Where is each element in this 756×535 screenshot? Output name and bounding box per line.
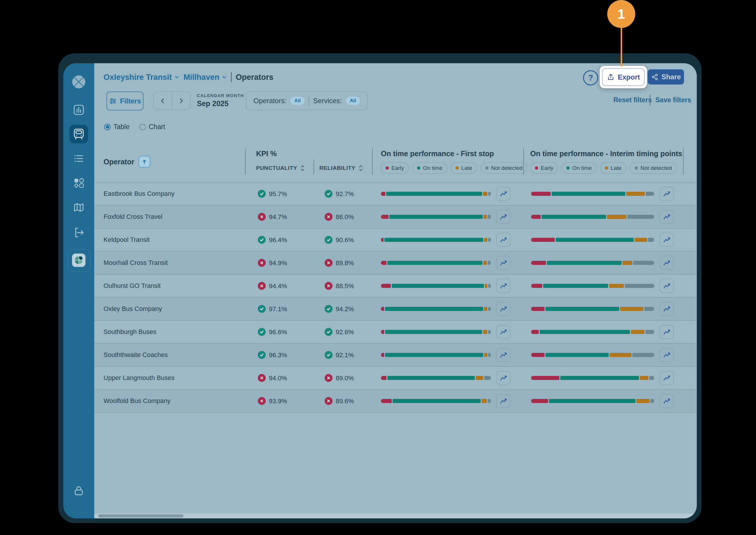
table-row[interactable]: Woolfold Bus Company 93.9% 89.6%	[94, 390, 697, 412]
previous-month-button[interactable]	[154, 92, 172, 110]
first-stop-trend-button[interactable]	[497, 256, 510, 270]
bar-segment-not-detected	[648, 238, 654, 242]
question-mark-icon: ?	[588, 73, 593, 82]
reliability-value: 88.5%	[336, 282, 354, 290]
punctuality-cell: 94.0%	[258, 374, 287, 382]
map-icon	[72, 202, 85, 214]
sidebar-item-operators[interactable]	[71, 126, 87, 142]
punctuality-status-icon	[258, 374, 266, 382]
header-divider	[314, 159, 314, 175]
first-stop-trend-button[interactable]	[497, 233, 510, 247]
interim-trend-button[interactable]	[660, 279, 674, 293]
next-month-button[interactable]	[172, 92, 190, 110]
check-icon	[259, 191, 264, 196]
legend-chip[interactable]: Late	[600, 162, 626, 174]
legend-chip[interactable]: Early	[381, 162, 408, 174]
export-button[interactable]: Export	[602, 68, 645, 86]
reliability-value: 89.8%	[336, 259, 354, 267]
first-stop-trend-button[interactable]	[497, 371, 510, 385]
first-stop-trend-button[interactable]	[497, 210, 510, 224]
links-divider	[650, 95, 650, 106]
interim-trend-button[interactable]	[660, 256, 674, 270]
bar-segment-not-detected	[488, 215, 491, 219]
table-row[interactable]: Upper Langmouth Buses 94.0% 89.0%	[94, 367, 697, 390]
sidebar-item-analytics[interactable]	[71, 102, 87, 118]
first-stop-trend-button[interactable]	[497, 394, 510, 408]
punctuality-column-header[interactable]: PUNCTUALITY	[256, 165, 305, 172]
punctuality-value: 94.0%	[269, 374, 287, 382]
reliability-value: 94.2%	[336, 305, 354, 313]
bar-segment-early	[381, 376, 386, 380]
otp-interim-bar	[531, 284, 654, 288]
first-stop-trend-button[interactable]	[497, 348, 510, 362]
sort-ascending-button[interactable]	[138, 156, 150, 168]
interim-trend-button[interactable]	[660, 210, 674, 224]
punctuality-value: 94.7%	[269, 213, 287, 221]
filters-button[interactable]: Filters	[106, 92, 143, 110]
sidebar-item-services[interactable]	[71, 150, 87, 167]
operator-name: Oxley Bus Company	[104, 305, 162, 313]
app-logo	[71, 74, 87, 90]
bar-segment-on-time	[552, 192, 625, 196]
view-toggle-option-chart[interactable]: Chart	[139, 123, 165, 131]
sidebar-item-lock[interactable]	[71, 483, 87, 499]
interim-trend-button[interactable]	[660, 302, 674, 316]
punctuality-value: 96.3%	[269, 351, 287, 359]
table-row[interactable]: Souththwaite Coaches 96.3% 92.1%	[94, 344, 697, 367]
x-icon	[259, 284, 264, 288]
table-row[interactable]: Oxley Bus Company 97.1% 94.2%	[94, 297, 697, 321]
check-icon	[259, 352, 264, 357]
legend-chip[interactable]: Early	[530, 162, 558, 174]
table-row[interactable]: Moorhall Cross Transit 94.9% 89.8%	[94, 251, 697, 274]
sidebar-item-categories[interactable]	[71, 175, 87, 191]
bar-segment-not-detected	[488, 399, 491, 403]
sidebar-item-map[interactable]	[71, 200, 87, 216]
table-row[interactable]: Keldpool Transit 96.4% 90.6%	[94, 228, 697, 251]
table-row[interactable]: Oulhurst GO Transit 94.4% 88.5%	[94, 274, 697, 297]
services-filter-value-badge[interactable]: All	[346, 97, 360, 105]
reliability-status-icon	[325, 328, 332, 336]
bar-segment-late	[607, 215, 626, 219]
horizontal-scrollbar-track[interactable]	[94, 514, 697, 519]
table-row[interactable]: Foxfold Cross Travel 94.7% 86.0%	[94, 206, 697, 228]
operators-filter-value-badge[interactable]: All	[290, 97, 305, 105]
legend-chip[interactable]: On time	[412, 162, 447, 174]
otp-first-stop-bar	[381, 330, 491, 334]
interim-trend-button[interactable]	[660, 371, 674, 385]
interim-trend-button[interactable]	[660, 325, 674, 339]
legend-chip[interactable]: On time	[562, 162, 596, 174]
table-row[interactable]: Southburgh Buses 96.6% 92.6%	[94, 321, 697, 344]
share-button[interactable]: Share	[648, 70, 684, 85]
reliability-column-header[interactable]: RELIABILITY	[319, 165, 363, 172]
first-stop-trend-button[interactable]	[497, 279, 510, 293]
view-toggle-option-table[interactable]: Table	[104, 123, 130, 131]
bar-segment-early	[531, 284, 542, 288]
sidebar-item-logout[interactable]	[71, 224, 87, 241]
legend-chip[interactable]: Not detected	[630, 162, 677, 174]
interim-trend-button[interactable]	[660, 348, 674, 362]
first-stop-trend-button[interactable]	[497, 187, 510, 201]
sidebar-item-app-shortcut[interactable]	[71, 252, 87, 268]
first-stop-trend-button[interactable]	[497, 325, 510, 339]
bar-segment-on-time	[542, 215, 606, 219]
first-stop-trend-button[interactable]	[497, 302, 510, 316]
horizontal-scrollbar-thumb[interactable]	[98, 514, 183, 518]
x-icon	[259, 215, 264, 219]
period-type-label: CALENDAR MONTH	[197, 93, 244, 98]
interim-trend-button[interactable]	[660, 394, 674, 408]
legend-chip[interactable]: Late	[451, 162, 477, 174]
interim-trend-button[interactable]	[660, 233, 674, 247]
bar-segment-not-detected	[488, 192, 491, 196]
page-title: Operators	[236, 73, 273, 82]
bar-segment-early	[381, 261, 386, 265]
interim-trend-button[interactable]	[660, 187, 674, 201]
reset-filters-link[interactable]: Reset filters	[613, 96, 652, 104]
x-icon	[326, 399, 331, 403]
breadcrumb-area[interactable]: Millhaven	[183, 73, 227, 82]
breadcrumb-org[interactable]: Oxleyshire Transit	[104, 73, 179, 82]
legend-chip[interactable]: Not detected	[481, 162, 527, 174]
x-icon	[259, 399, 264, 403]
save-filters-link[interactable]: Save filters	[655, 96, 691, 104]
table-row[interactable]: Eastbrook Bus Company 95.7% 92.7%	[94, 182, 697, 206]
help-button[interactable]: ?	[583, 70, 598, 85]
